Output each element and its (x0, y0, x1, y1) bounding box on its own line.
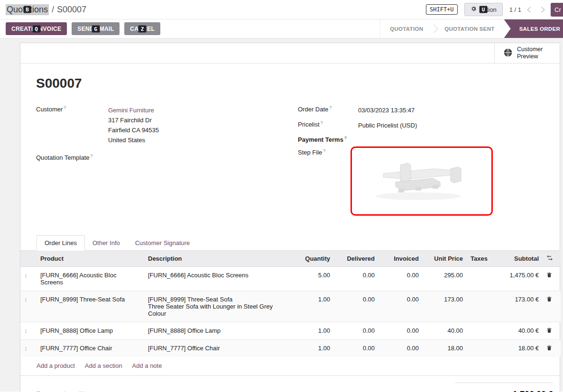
customer-label: Customer? (36, 105, 108, 113)
create-invoice-button[interactable]: CREATE INVOICE Q (6, 22, 67, 35)
customer-address-line2: Fairfield CA 94535 (108, 125, 159, 135)
help-icon: ? (64, 105, 66, 110)
drag-handle-icon[interactable]: ↕ (24, 327, 28, 334)
table-header-row: Product Description Quantity Delivered I… (20, 251, 561, 267)
total-block: Total: 1,706.00 € (455, 383, 553, 392)
optional-columns-icon[interactable] (546, 255, 553, 262)
cell-invoiced[interactable]: 0.00 (378, 291, 423, 322)
action-menu-button[interactable]: Action U (464, 3, 503, 16)
fields-right-column: Order Date? 03/03/2023 13:35:47 Pricelis… (288, 105, 541, 221)
pager-previous-icon[interactable] (527, 7, 533, 13)
help-icon: ? (323, 148, 325, 153)
field-quotation-template: Quotation Template? (36, 154, 288, 161)
header-subtotal[interactable]: Subtotal (494, 251, 543, 267)
customer-name-link[interactable]: Gemini Furniture (108, 105, 159, 115)
cell-delivered[interactable]: 0.00 (334, 291, 378, 322)
header-unit-price[interactable]: Unit Price (423, 251, 467, 267)
customer-address-line1: 317 Fairchild Dr (108, 115, 159, 125)
cell-product[interactable]: [FURN_8888] Office Lamp (37, 322, 144, 340)
cell-delivered[interactable]: 0.00 (334, 340, 378, 357)
cell-description[interactable]: [FURN_8999] Three-Seat Sofa Three Seater… (144, 291, 290, 322)
cell-unit-price[interactable]: 40.00 (423, 322, 467, 340)
delete-row-icon[interactable] (546, 296, 552, 303)
drag-handle-icon[interactable]: ↕ (24, 296, 28, 303)
quotation-template-label: Quotation Template? (36, 154, 108, 161)
topbar-right-cluster: SHIFT+U Action U 1 / 1 Cr (426, 3, 563, 17)
cell-taxes[interactable] (467, 340, 494, 357)
cell-taxes[interactable] (467, 322, 494, 340)
pager-count: 1 / 1 (509, 6, 521, 13)
customer-value: Gemini Furniture 317 Fairchild Dr Fairfi… (108, 105, 159, 145)
cell-taxes[interactable] (467, 291, 494, 322)
header-invoiced[interactable]: Invoiced (378, 251, 423, 267)
header-delivered[interactable]: Delivered (334, 251, 378, 267)
hotkey-badge-create-invoice: Q (32, 25, 40, 32)
tab-other-info[interactable]: Other Info (85, 236, 128, 250)
delete-row-icon[interactable] (546, 272, 552, 279)
stage-quotation[interactable]: QUOTATION (380, 19, 433, 38)
hotkey-badge-cancel: Z (138, 25, 147, 32)
tab-customer-signature[interactable]: Customer Signature (128, 236, 198, 250)
cell-product[interactable]: [FURN_6666] Acoustic Bloc Screens (37, 267, 144, 291)
order-lines-table: Product Description Quantity Delivered I… (20, 251, 561, 357)
tab-order-lines[interactable]: Order Lines (37, 235, 85, 251)
cell-quantity[interactable]: 1.00 (290, 322, 334, 340)
add-a-note-link[interactable]: Add a note (132, 362, 162, 369)
payment-terms-label: Payment Terms? (298, 136, 358, 143)
cell-description[interactable]: [FURN_8888] Office Lamp (144, 322, 290, 340)
step-file-image[interactable] (351, 146, 493, 216)
pricelist-label: Pricelist? (298, 120, 358, 128)
cell-invoiced[interactable]: 0.00 (378, 340, 423, 357)
cell-product[interactable]: [FURN_8999] Three-Seat Sofa (37, 291, 144, 322)
sheet-footer: Terms and conditions... Total: 1,706.00 … (20, 376, 560, 392)
cell-quantity[interactable]: 1.00 (290, 291, 334, 322)
cancel-button[interactable]: CANCEL Z (124, 22, 160, 35)
send-email-button[interactable]: SEND EMAIL G (72, 22, 120, 35)
order-date-value[interactable]: 03/03/2023 13:35:47 (358, 105, 415, 115)
cell-delivered[interactable]: 0.00 (334, 322, 378, 340)
header-description[interactable]: Description (144, 251, 290, 267)
drag-handle-icon[interactable]: ↕ (24, 272, 28, 279)
pricelist-value[interactable]: Public Pricelist (USD) (358, 120, 417, 130)
customer-preview-button[interactable]: Customer Preview (494, 43, 560, 63)
table-row[interactable]: ↕ [FURN_8999] Three-Seat Sofa [FURN_8999… (20, 291, 561, 322)
cell-taxes[interactable] (467, 267, 494, 291)
stage-sales-order[interactable]: SALES ORDER (504, 19, 563, 38)
cell-unit-price[interactable]: 18.00 (423, 340, 467, 357)
add-a-section-link[interactable]: Add a section (85, 362, 122, 369)
stage-quotation-sent[interactable]: QUOTATION SENT (435, 19, 504, 38)
table-row[interactable]: ↕ [FURN_8888] Office Lamp [FURN_8888] Of… (20, 322, 561, 340)
cell-delivered[interactable]: 0.00 (334, 267, 378, 291)
cell-quantity[interactable]: 1.00 (290, 340, 334, 357)
gear-icon (471, 6, 477, 13)
delete-row-icon[interactable] (546, 345, 552, 352)
cell-unit-price[interactable]: 173.00 (423, 291, 467, 322)
cell-invoiced[interactable]: 0.00 (378, 267, 423, 291)
header-quantity[interactable]: Quantity (290, 251, 334, 267)
header-taxes[interactable]: Taxes (467, 251, 494, 267)
add-a-product-link[interactable]: Add a product (37, 362, 75, 369)
breadcrumb: Quotations B / S00007 (6, 4, 86, 15)
drag-handle-icon[interactable]: ↕ (24, 345, 28, 352)
delete-row-icon[interactable] (546, 327, 552, 335)
help-icon: ? (329, 105, 332, 110)
cell-product[interactable]: [FURN_7777] Office Chair (37, 340, 144, 357)
customer-address-line3: United States (108, 135, 159, 145)
globe-icon (503, 48, 513, 59)
table-row[interactable]: ↕ [FURN_6666] Acoustic Bloc Screens [FUR… (20, 267, 561, 291)
cell-subtotal: 173.00 € (494, 291, 543, 322)
step-file-3d-render (362, 157, 481, 205)
table-row[interactable]: ↕ [FURN_7777] Office Chair [FURN_7777] O… (20, 340, 561, 357)
pager-next-icon[interactable] (539, 7, 545, 13)
cell-description[interactable]: [FURN_7777] Office Chair (144, 340, 290, 357)
cell-description[interactable]: [FURN_6666] Acoustic Bloc Screens (144, 267, 290, 291)
breadcrumb-quotations-link[interactable]: Quotations B (6, 4, 49, 15)
terms-and-conditions-input[interactable]: Terms and conditions... (37, 383, 100, 392)
top-navbar: Quotations B / S00007 SHIFT+U Action U 1… (0, 0, 563, 19)
field-step-file: Step File? (298, 148, 541, 216)
cell-quantity[interactable]: 5.00 (290, 267, 334, 291)
corner-button[interactable]: Cr (551, 3, 563, 17)
header-product[interactable]: Product (37, 251, 144, 267)
cell-invoiced[interactable]: 0.00 (378, 322, 423, 340)
cell-unit-price[interactable]: 295.00 (423, 267, 467, 291)
